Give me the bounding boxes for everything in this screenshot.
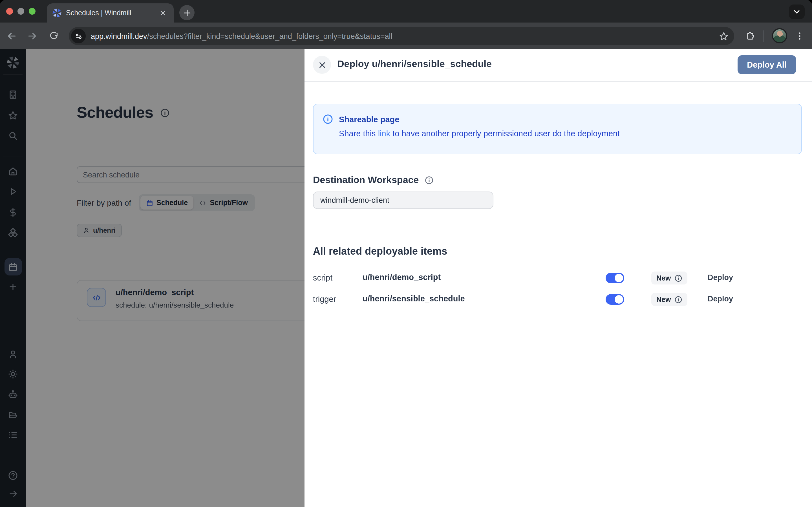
alert-body: Share this link to have another properly…	[339, 129, 792, 138]
info-icon	[674, 295, 682, 303]
item-path: u/henri/sensible_schedule	[363, 294, 465, 303]
item-status-badge[interactable]: New	[651, 293, 687, 306]
plus-icon	[183, 9, 191, 17]
browser-menu-icon[interactable]	[795, 31, 804, 40]
item-enabled-toggle[interactable]	[606, 273, 624, 283]
window-controls	[6, 8, 36, 15]
windmill-app: Schedules Filter by path of Schedule	[0, 49, 812, 507]
close-window-button[interactable]	[6, 8, 13, 15]
deploy-item-button[interactable]: Deploy	[708, 273, 733, 282]
item-path: u/henri/demo_script	[363, 273, 441, 282]
alert-header: Shareable page	[322, 114, 792, 124]
zoom-window-button[interactable]	[29, 8, 36, 15]
info-icon[interactable]	[424, 176, 434, 185]
site-settings-icon[interactable]	[71, 29, 86, 43]
forward-arrow-icon	[27, 31, 37, 41]
shareable-page-alert: Shareable page Share this link to have a…	[313, 104, 802, 154]
toolbar-divider	[763, 30, 764, 41]
tab-title: Schedules | Windmill	[66, 9, 153, 17]
deploy-item-button[interactable]: Deploy	[708, 295, 733, 303]
extensions-puzzle-icon[interactable]	[746, 31, 756, 41]
destination-workspace-header: Destination Workspace	[313, 175, 434, 186]
deploy-all-button[interactable]: Deploy All	[737, 55, 796, 74]
url-path: /schedules?filter_kind=schedule&user_and…	[147, 32, 393, 40]
destination-workspace-input[interactable]	[313, 191, 493, 209]
info-icon	[322, 114, 333, 124]
deploy-row-trigger: trigger u/henri/sensible_schedule New De…	[313, 292, 802, 307]
info-icon	[674, 274, 682, 282]
chevron-down-icon	[794, 8, 800, 15]
new-tab-button[interactable]	[179, 5, 195, 20]
item-kind: trigger	[313, 295, 336, 304]
reload-icon	[49, 31, 58, 41]
destination-workspace-heading: Destination Workspace	[313, 175, 419, 186]
deployable-items-heading: All related deployable items	[313, 245, 447, 258]
tab-close-icon[interactable]: ✕	[158, 8, 168, 18]
toggle-knob	[615, 274, 623, 282]
drawer-backdrop[interactable]	[0, 49, 305, 507]
alert-body-prefix: Share this	[339, 129, 378, 138]
reload-button[interactable]	[45, 22, 63, 49]
bookmark-star-icon[interactable]	[719, 31, 728, 41]
url-host: app.windmill.dev	[91, 32, 147, 40]
drawer-title: Deploy u/henri/sensible_schedule	[337, 59, 492, 70]
share-link[interactable]: link	[378, 129, 391, 138]
deploy-row-script: script u/henri/demo_script New Deploy	[313, 271, 802, 286]
browser-window: Schedules | Windmill ✕	[0, 0, 812, 507]
profile-avatar[interactable]	[772, 28, 787, 43]
windmill-favicon-icon	[52, 8, 61, 17]
url-text: app.windmill.dev/schedules?filter_kind=s…	[91, 32, 719, 40]
toolbar-right-cluster	[746, 22, 812, 49]
badge-label: New	[656, 295, 671, 303]
badge-label: New	[656, 274, 671, 282]
alert-body-suffix: to have another properly permissioned us…	[390, 129, 620, 138]
drawer-header-divider	[305, 81, 812, 82]
screen: Schedules | Windmill ✕	[0, 0, 812, 507]
toggle-knob	[615, 295, 623, 304]
drawer-close-button[interactable]	[313, 56, 331, 74]
tab-strip: Schedules | Windmill ✕	[0, 0, 812, 22]
minimize-window-button[interactable]	[17, 8, 24, 15]
item-enabled-toggle[interactable]	[606, 294, 624, 305]
browser-tab[interactable]: Schedules | Windmill ✕	[47, 3, 174, 22]
browser-toolbar: app.windmill.dev/schedules?filter_kind=s…	[0, 22, 812, 49]
item-kind: script	[313, 273, 333, 282]
item-status-badge[interactable]: New	[651, 272, 687, 284]
address-bar[interactable]: app.windmill.dev/schedules?filter_kind=s…	[69, 27, 734, 45]
forward-button[interactable]	[23, 22, 41, 49]
back-arrow-icon	[7, 31, 17, 41]
tab-search-button[interactable]	[789, 4, 805, 19]
close-icon	[318, 61, 326, 68]
deploy-drawer: Deploy u/henri/sensible_schedule Deploy …	[305, 49, 812, 507]
back-button[interactable]	[3, 22, 21, 49]
alert-title: Shareable page	[339, 115, 399, 124]
